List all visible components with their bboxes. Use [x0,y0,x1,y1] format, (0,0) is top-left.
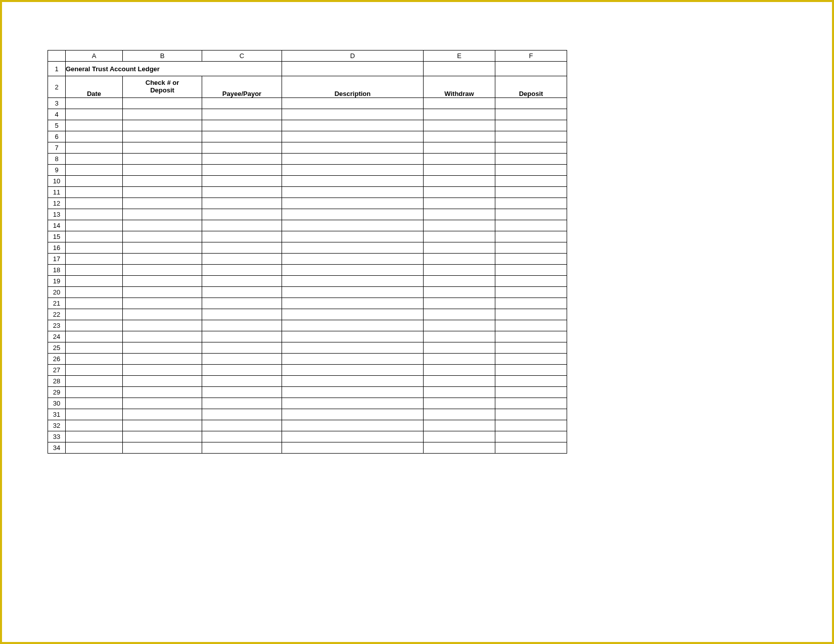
cell[interactable] [66,431,123,442]
cell[interactable] [123,398,202,409]
row-header[interactable]: 25 [48,342,66,354]
cell[interactable] [424,276,495,287]
cell[interactable] [123,131,202,142]
cell[interactable] [282,62,424,76]
cell[interactable] [424,198,495,209]
row-header[interactable]: 29 [48,387,66,398]
cell[interactable] [123,120,202,131]
cell[interactable] [424,231,495,242]
cell[interactable] [282,165,424,176]
cell[interactable] [66,354,123,365]
cell[interactable] [66,298,123,309]
cell[interactable] [424,154,495,165]
cell[interactable] [424,354,495,365]
cell[interactable] [123,209,202,220]
cell[interactable] [66,254,123,265]
cell[interactable] [424,254,495,265]
cell[interactable] [495,109,567,120]
cell[interactable] [282,298,424,309]
cell[interactable] [495,154,567,165]
cell[interactable] [123,265,202,276]
cell[interactable] [282,198,424,209]
row-header[interactable]: 14 [48,220,66,231]
cell[interactable] [66,120,123,131]
cell[interactable] [123,342,202,354]
cell[interactable] [202,387,282,398]
cell[interactable] [66,342,123,354]
cell[interactable] [123,165,202,176]
cell[interactable] [66,220,123,231]
row-header[interactable]: 8 [48,154,66,165]
header-withdraw[interactable]: Withdraw [424,76,495,98]
cell[interactable] [202,98,282,109]
cell[interactable] [282,254,424,265]
cell[interactable] [495,220,567,231]
cell[interactable] [282,220,424,231]
cell[interactable] [66,176,123,187]
cell[interactable] [495,209,567,220]
cell[interactable] [66,209,123,220]
row-header[interactable]: 22 [48,309,66,320]
cell[interactable] [123,198,202,209]
cell[interactable] [66,365,123,376]
cell[interactable] [123,354,202,365]
cell[interactable] [424,442,495,454]
cell[interactable] [202,231,282,242]
cell[interactable] [495,231,567,242]
col-header-d[interactable]: D [282,51,424,62]
row-header[interactable]: 32 [48,420,66,431]
cell[interactable] [123,109,202,120]
cell[interactable] [202,331,282,342]
cell[interactable] [495,287,567,298]
cell[interactable] [282,265,424,276]
cell[interactable] [495,120,567,131]
cell[interactable] [66,98,123,109]
cell[interactable] [282,354,424,365]
cell[interactable] [495,431,567,442]
row-header[interactable]: 13 [48,209,66,220]
cell[interactable] [123,176,202,187]
row-header[interactable]: 12 [48,198,66,209]
cell[interactable] [424,287,495,298]
cell[interactable] [495,176,567,187]
col-header-a[interactable]: A [66,51,123,62]
cell[interactable] [66,309,123,320]
cell[interactable] [495,387,567,398]
cell[interactable] [202,431,282,442]
cell[interactable] [282,365,424,376]
row-header[interactable]: 28 [48,376,66,387]
cell[interactable] [495,376,567,387]
cell[interactable] [66,109,123,120]
cell[interactable] [66,331,123,342]
cell[interactable] [282,242,424,254]
cell[interactable] [202,254,282,265]
ledger-title[interactable]: General Trust Account Ledger [66,62,282,76]
cell[interactable] [495,165,567,176]
cell[interactable] [202,220,282,231]
row-header[interactable]: 9 [48,165,66,176]
cell[interactable] [424,431,495,442]
row-header[interactable]: 27 [48,365,66,376]
cell[interactable] [424,298,495,309]
cell[interactable] [282,276,424,287]
cell[interactable] [424,387,495,398]
cell[interactable] [202,354,282,365]
row-header[interactable]: 6 [48,131,66,142]
cell[interactable] [66,320,123,331]
cell[interactable] [202,309,282,320]
row-header[interactable]: 26 [48,354,66,365]
cell[interactable] [123,98,202,109]
cell[interactable] [123,231,202,242]
cell[interactable] [495,309,567,320]
header-check-or-deposit[interactable]: Check # orDeposit [123,76,202,98]
cell[interactable] [424,176,495,187]
cell[interactable] [66,242,123,254]
cell[interactable] [282,154,424,165]
cell[interactable] [424,376,495,387]
cell[interactable] [424,120,495,131]
cell[interactable] [424,265,495,276]
cell[interactable] [282,98,424,109]
row-header[interactable]: 31 [48,409,66,420]
cell[interactable] [495,342,567,354]
cell[interactable] [202,265,282,276]
